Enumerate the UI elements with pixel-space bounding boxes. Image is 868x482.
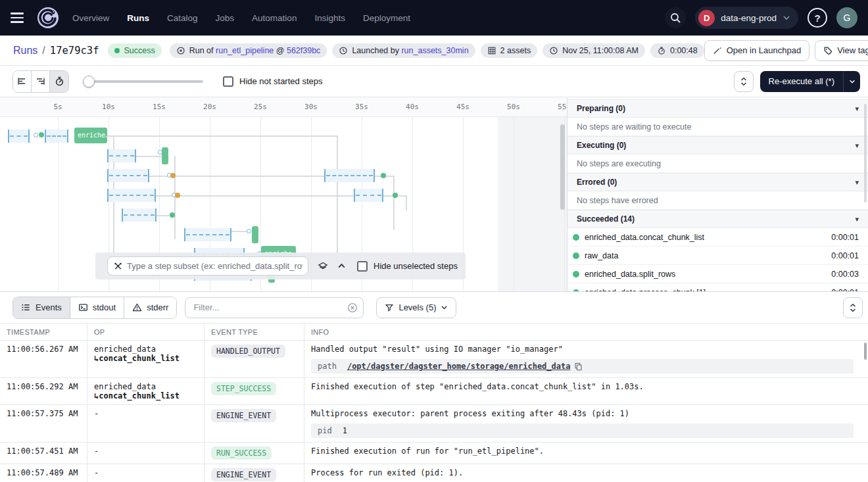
gantt-retry-dot[interactable] [175,193,180,198]
hide-unselected-checkbox[interactable] [357,261,368,272]
event-type-cell: ENGINE_EVENT [205,464,304,482]
tab-events[interactable]: Events [13,297,70,318]
step-subset-input[interactable] [127,261,302,271]
hamburger-menu-icon[interactable] [11,9,28,26]
reexecute-dropdown-caret[interactable] [843,71,860,92]
gantt-step-waiting-bar[interactable] [107,189,156,202]
timed-mode-icon[interactable] [50,71,68,92]
gantt-step-waiting-bar[interactable] [122,208,157,222]
slider-knob[interactable] [83,76,95,87]
gantt-success-dot[interactable] [393,193,398,198]
event-row[interactable]: 11:00:56.267 AMenriched_data↳concat_chun… [0,341,868,378]
event-type-badge: RUN_SUCCESS [211,446,272,460]
hide-not-started-checkbox[interactable] [223,76,233,87]
tab-stderr[interactable]: stderr [124,297,176,318]
run-tag-2[interactable]: 2 assets [481,43,538,58]
dagster-logo-icon[interactable] [37,7,59,29]
levels-filter-button[interactable]: Levels (5) [376,297,456,318]
section-header-preparing-0-[interactable]: Preparing (0)▾ [567,99,868,118]
run-tag-4[interactable]: 0:00:48 [650,43,704,58]
workspace-switcher[interactable]: D data-eng-prod [695,7,798,29]
metadata-path-link[interactable]: /opt/dagster/dagster_home/storage/enrich… [347,362,571,371]
section-header-succeeded-14-[interactable]: Succeeded (14)▾ [567,210,868,228]
run-tag-0[interactable]: Run of run_etl_pipeline @ 562f39bc [170,43,327,58]
event-log-scrollbar[interactable] [864,343,867,360]
gantt-scrollbar[interactable] [560,124,565,210]
events-panel-resize-button[interactable] [843,297,863,318]
gantt-chart: 5s10s15s20s25s30s35s40s45s50s55s enriche… [0,97,567,291]
gantt-step-waiting-bar[interactable] [45,130,68,143]
breadcrumb-runs-link[interactable]: Runs [13,45,37,57]
event-type-cell: HANDLED_OUTPUT [205,341,304,377]
gantt-step-waiting-bar[interactable] [354,189,383,202]
gantt-success-dot[interactable] [170,212,175,218]
gantt-step-waiting-bar[interactable] [324,169,375,182]
steps-panel-scrollbar[interactable] [864,104,867,203]
nav-item-jobs[interactable]: Jobs [216,13,235,23]
event-info: Handled output "result" using IO manager… [304,341,868,377]
gantt-retry-dot[interactable] [170,173,176,178]
collapse-chevron-icon[interactable] [337,262,346,270]
gantt-zoom-slider[interactable] [83,76,203,87]
step-row[interactable]: enriched_data.split_rows0:00:03 [567,265,868,283]
clear-filter-icon[interactable] [347,302,358,313]
gantt-connector [393,176,395,230]
filter-input[interactable] [185,297,364,318]
gantt-step-waiting-bar[interactable] [8,130,30,143]
event-row[interactable]: 11:00:57.451 AM-RUN_SUCCESSFinished exec… [0,443,868,464]
waterfall-flat-icon[interactable] [13,71,32,92]
event-info: Process for run exited (pid: 1). [304,464,868,482]
step-success-dot-icon [573,234,579,241]
gantt-body: enriche…enriche… Hide unselected steps [0,117,567,291]
gridline [514,117,514,291]
caret-down-icon: ▾ [855,178,859,187]
event-row[interactable]: 11:00:57.375 AM-ENGINE_EVENTMultiprocess… [0,405,868,443]
gantt-success-dot[interactable] [39,132,44,137]
step-row[interactable]: enriched_data.concat_chunk_list0:00:01 [567,228,868,247]
gantt-step-waiting-bar[interactable] [107,169,149,182]
gantt-toolbar: Hide not started steps Re-execute all (*… [0,66,868,97]
section-header-executing-0-[interactable]: Executing (0)▾ [567,136,868,155]
nav-item-automation[interactable]: Automation [252,13,297,23]
pencil-icon [713,46,722,55]
gantt-connector [136,156,162,157]
run-tag-3[interactable]: Nov 25, 11:00:08 AM [542,43,645,58]
waterfall-icon[interactable] [32,71,50,92]
gantt-step-success-bar[interactable] [162,147,168,164]
copy-icon[interactable] [574,362,583,371]
nav-item-deployment[interactable]: Deployment [363,13,410,23]
tab-stdout[interactable]: stdout [70,297,124,318]
nav-item-insights[interactable]: Insights [314,13,345,23]
view-tags-config-button[interactable]: View tags and config [815,40,868,61]
reexecute-all-button[interactable]: Re-execute all (*) [760,71,860,92]
event-metadata: path/opt/dagster/dagster_home/storage/en… [311,359,854,374]
gantt-step-success-bar[interactable] [252,226,258,243]
column-header-op: OP [87,324,205,340]
step-row[interactable]: enriched_data.process_chunk [1]0:00:01 [567,283,868,291]
open-in-launchpad-button[interactable]: Open in Launchpad [704,40,809,61]
gantt-step-success-bar[interactable]: enriche… [74,128,107,143]
gantt-step-waiting-bar[interactable] [184,228,231,241]
nav-item-runs[interactable]: Runs [127,13,149,23]
nav-item-overview[interactable]: Overview [72,13,109,23]
column-header-info: INFO [304,324,868,340]
help-icon[interactable]: ? [808,8,827,28]
gantt-success-dot[interactable] [381,173,386,178]
layers-icon[interactable] [318,261,328,272]
search-icon[interactable] [665,7,686,28]
run-tag-1[interactable]: Launched by run_assets_30min [332,43,475,58]
nav-item-catalog[interactable]: Catalog [167,13,198,23]
top-nav: OverviewRunsCatalogJobsAutomationInsight… [0,0,868,36]
event-row[interactable]: 11:00:56.292 AMenriched_data↳concat_chun… [0,378,868,405]
step-row[interactable]: raw_data0:00:01 [567,247,868,265]
event-row[interactable]: 11:00:57.489 AM-ENGINE_EVENTProcess for … [0,464,868,482]
gantt-connector [406,195,407,210]
section-empty-message: No steps have errored [567,191,868,210]
user-avatar[interactable]: G [836,7,857,28]
section-header-errored-0-[interactable]: Errored (0)▾ [567,173,868,191]
event-timestamp: 11:00:57.451 AM [0,443,87,464]
gantt-step-waiting-bar[interactable] [107,149,136,162]
steps-panel: Preparing (0)▾No steps are waiting to ex… [567,97,868,291]
steps-panel-sections: Preparing (0)▾No steps are waiting to ex… [567,99,868,291]
panel-resize-button[interactable] [734,71,754,92]
